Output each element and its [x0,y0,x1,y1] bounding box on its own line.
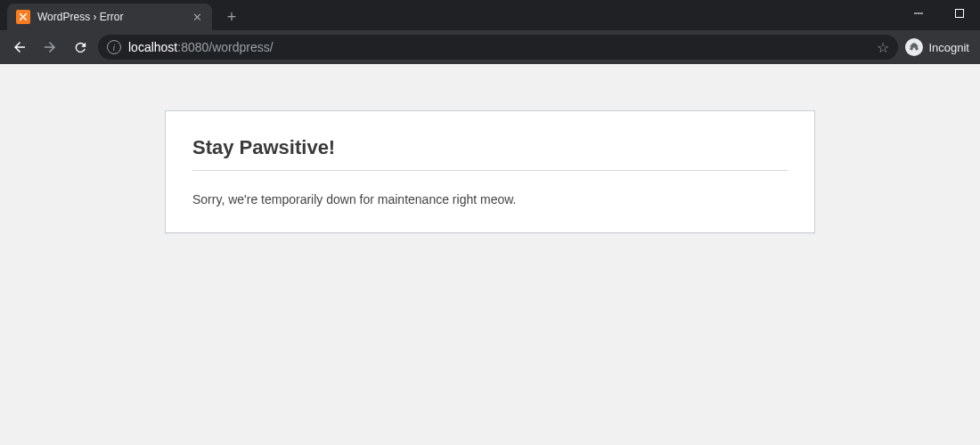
page-viewport: Stay Pawsitive! Sorry, we're temporarily… [0,64,980,445]
error-message: Sorry, we're temporarily down for mainte… [192,190,788,209]
window-controls [898,0,980,27]
forward-button[interactable] [37,35,62,60]
back-button[interactable] [7,35,32,60]
svg-rect-1 [956,10,964,18]
url-text: localhost:8080/wordpress/ [128,40,870,54]
bookmark-star-icon[interactable]: ☆ [877,39,889,56]
new-tab-button[interactable]: + [219,4,244,29]
xampp-favicon-icon [16,10,30,24]
tab-title: WordPress › Error [37,11,184,23]
url-host: localhost [128,40,177,54]
incognito-label: Incognit [928,41,969,54]
tab-strip: WordPress › Error ✕ + [0,0,244,30]
address-bar[interactable]: i localhost:8080/wordpress/ ☆ [98,35,898,60]
url-path: :8080/wordpress/ [177,40,273,54]
browser-tab[interactable]: WordPress › Error ✕ [7,4,212,30]
close-icon[interactable]: ✕ [191,11,203,23]
site-info-icon[interactable]: i [107,40,121,54]
incognito-icon [905,38,923,56]
minimize-button[interactable] [898,0,939,27]
error-card: Stay Pawsitive! Sorry, we're temporarily… [165,110,815,233]
reload-button[interactable] [68,35,93,60]
maximize-button[interactable] [939,0,980,27]
error-heading: Stay Pawsitive! [192,136,788,171]
browser-toolbar: i localhost:8080/wordpress/ ☆ Incognit [0,30,980,64]
window-titlebar: WordPress › Error ✕ + [0,0,980,30]
incognito-indicator[interactable]: Incognit [903,38,973,56]
